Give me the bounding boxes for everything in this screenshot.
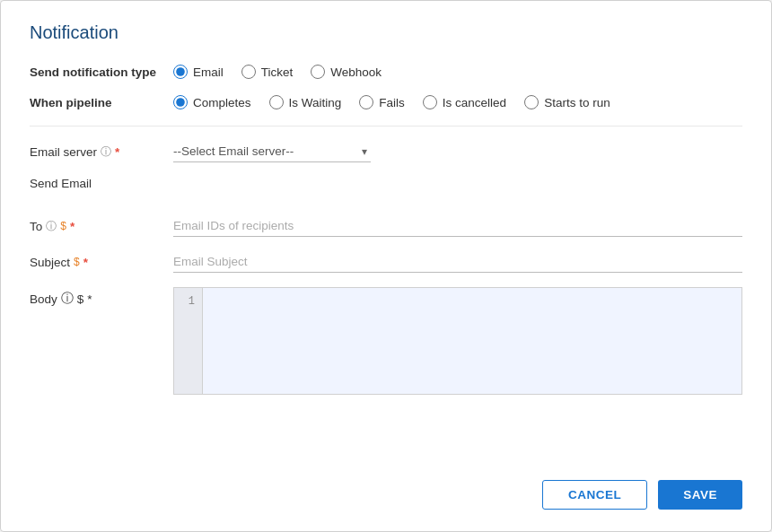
radio-ticket-label: Ticket [261,65,294,79]
to-label: To ⓘ $ * [30,219,173,234]
radio-is-cancelled-label: Is cancelled [443,96,506,109]
radio-ticket[interactable]: Ticket [241,65,294,79]
to-dollar-icon: $ [60,220,66,232]
radio-fails-label: Fails [379,96,405,109]
radio-starts-to-run-label: Starts to run [544,96,610,109]
dialog-footer: CANCEL SAVE [30,466,742,510]
to-required: * [70,220,75,233]
form-section: Send notification type Email Ticket Webh… [30,65,742,444]
radio-is-waiting[interactable]: Is Waiting [269,95,342,109]
to-input[interactable] [173,215,742,237]
section-divider [30,126,742,126]
body-required: * [87,292,92,306]
cancel-button[interactable]: CANCEL [542,480,647,510]
pipeline-radio-group: Completes Is Waiting Fails Is cancelled … [173,95,610,109]
body-editor: 1 [173,287,742,395]
email-server-select-wrapper: --Select Email server-- ▾ [173,141,371,162]
radio-is-waiting-label: Is Waiting [289,96,342,109]
subject-input[interactable] [173,251,742,273]
radio-fails-input[interactable] [359,95,373,109]
line-numbers: 1 [174,288,203,394]
radio-completes[interactable]: Completes [173,95,251,109]
body-dollar-icon: $ [77,292,84,306]
radio-email-input[interactable] [173,65,188,79]
save-button[interactable]: SAVE [658,480,742,510]
to-field-row: To ⓘ $ * [30,215,742,237]
body-label: Body ⓘ $ * [30,287,173,307]
subject-required: * [83,256,88,269]
radio-completes-label: Completes [193,96,251,109]
radio-webhook-input[interactable] [311,65,325,79]
radio-starts-to-run[interactable]: Starts to run [524,95,610,109]
radio-starts-to-run-input[interactable] [524,95,539,109]
subject-label: Subject $ * [30,256,173,269]
to-input-wrapper [173,215,742,237]
line-number-1: 1 [181,293,195,310]
notification-type-row: Send notification type Email Ticket Webh… [30,65,742,79]
radio-webhook[interactable]: Webhook [311,65,382,79]
radio-is-waiting-input[interactable] [269,95,284,109]
subject-input-wrapper [173,251,742,273]
radio-email-label: Email [193,65,224,79]
radio-email[interactable]: Email [173,65,224,79]
email-server-required: * [115,145,119,159]
body-info-icon: ⓘ [61,291,74,307]
email-server-row: Email server ⓘ * --Select Email server--… [30,141,742,162]
notification-type-radio-group: Email Ticket Webhook [173,65,382,79]
subject-dollar-icon: $ [74,256,80,268]
radio-is-cancelled[interactable]: Is cancelled [423,95,506,109]
pipeline-row: When pipeline Completes Is Waiting Fails… [30,95,742,109]
email-server-select[interactable]: --Select Email server-- [173,141,371,162]
radio-fails[interactable]: Fails [359,95,405,109]
pipeline-label: When pipeline [30,96,173,109]
subject-field-row: Subject $ * [30,251,742,273]
email-server-label: Email server ⓘ * [30,144,173,160]
body-input[interactable] [203,288,741,394]
send-email-row: Send Email [30,177,742,201]
dialog-title: Notification [30,22,742,43]
body-field-row: Body ⓘ $ * 1 [30,287,742,395]
radio-webhook-label: Webhook [330,65,382,79]
notification-type-label: Send notification type [30,65,173,79]
radio-ticket-input[interactable] [241,65,256,79]
radio-is-cancelled-input[interactable] [423,95,437,109]
notification-dialog: Notification Send notification type Emai… [0,0,772,532]
send-email-label: Send Email [30,177,173,190]
to-info-icon: ⓘ [46,219,57,234]
email-server-info-icon: ⓘ [101,144,111,160]
radio-completes-input[interactable] [173,95,188,109]
